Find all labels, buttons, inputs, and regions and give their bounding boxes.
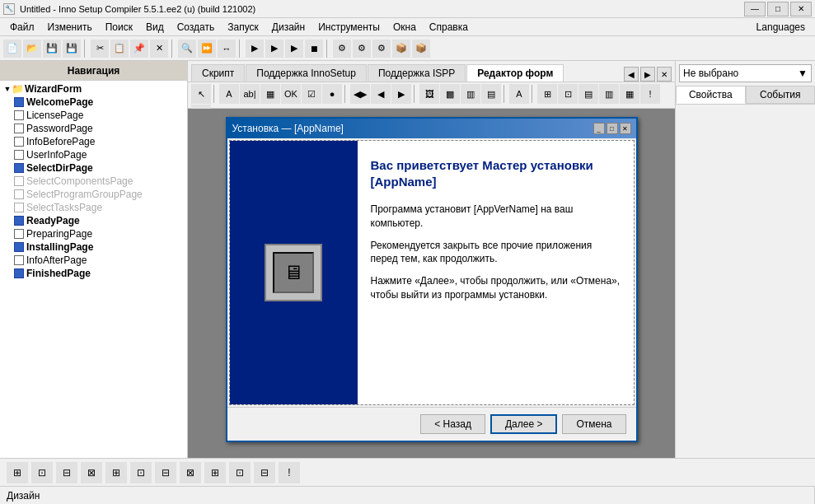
bottom-btn-4[interactable]: ⊠ <box>81 462 102 483</box>
form-tb-misc2[interactable]: ▥ <box>599 84 619 104</box>
menu-search[interactable]: Поиск <box>99 20 139 35</box>
tb-new[interactable]: 📄 <box>3 40 21 58</box>
minimize-button[interactable]: — <box>744 2 766 16</box>
form-tb-text[interactable]: A <box>219 84 239 104</box>
tree-item-userinfopage[interactable]: UserInfoPage <box>2 148 185 161</box>
bottom-btn-7[interactable]: ⊟ <box>155 462 176 483</box>
bottom-btn-11[interactable]: ⊟ <box>254 462 275 483</box>
bottom-btn-2[interactable]: ⊡ <box>31 462 53 483</box>
tree-item-infobeforepage[interactable]: InfoBeforePage <box>2 135 185 148</box>
tab-nav-close[interactable]: ✕ <box>657 67 672 82</box>
form-tb-scrollbar[interactable]: ◀▶ <box>350 84 370 104</box>
form-tb-misc3[interactable]: ▦ <box>620 84 639 104</box>
tb-cut[interactable]: ✂ <box>91 40 109 58</box>
tree-item-seldirpage[interactable]: SelectDirPage <box>2 161 185 175</box>
form-tb-grid[interactable]: ⊞ <box>537 84 557 104</box>
wizard-minimize-btn[interactable]: _ <box>593 123 605 134</box>
form-tb-checkbox[interactable]: ☑ <box>302 84 321 104</box>
tb-misc3[interactable]: ⚙ <box>372 40 391 58</box>
toolbar-separator-1 <box>84 40 87 58</box>
wizard-next-btn[interactable]: Далее > <box>490 414 558 434</box>
tab-properties[interactable]: Свойства <box>676 86 746 104</box>
tb-misc1[interactable]: ⚙ <box>333 40 351 58</box>
tree-item-licensepage[interactable]: LicensePage <box>2 109 185 122</box>
tb-stop[interactable]: ⏹ <box>305 40 323 58</box>
bottom-btn-5[interactable]: ⊞ <box>105 462 127 483</box>
tree-item-infoafterpage[interactable]: InfoAfterPage <box>2 254 185 267</box>
menu-help[interactable]: Справка <box>423 20 475 35</box>
tb-findnext[interactable]: ⏩ <box>198 40 216 58</box>
tab-ispp[interactable]: Поддержка ISPP <box>368 64 466 82</box>
tree-item-installingpage[interactable]: InstallingPage <box>2 240 185 254</box>
tree-item-preparingpage[interactable]: PreparingPage <box>2 227 185 240</box>
menu-view[interactable]: Вид <box>139 20 171 35</box>
tree-item-passwordpage[interactable]: PasswordPage <box>2 122 185 135</box>
wizard-maximize-btn[interactable]: □ <box>607 123 618 134</box>
bottom-btn-12[interactable]: ! <box>279 462 300 483</box>
tb-run2[interactable]: ▶ <box>265 40 283 58</box>
form-tb-button[interactable]: OK <box>281 84 301 104</box>
tree-item-readypage[interactable]: ReadyPage <box>2 214 185 227</box>
bottom-btn-8[interactable]: ⊠ <box>180 462 201 483</box>
form-tb-edit[interactable]: ab| <box>240 84 260 104</box>
form-tb-tree[interactable]: ⊡ <box>558 84 578 104</box>
bottom-btn-9[interactable]: ⊞ <box>204 462 226 483</box>
form-tb-groupbox[interactable]: ▥ <box>461 84 480 104</box>
tree-item-selprogramgrouppage[interactable]: SelectProgramGroupPage <box>2 188 185 201</box>
menu-languages[interactable]: Languages <box>750 20 812 35</box>
bottom-btn-1[interactable]: ⊞ <box>7 462 28 483</box>
tree-item-selcomponentspage[interactable]: SelectComponentsPage <box>2 175 185 188</box>
form-tb-img[interactable]: 🖼 <box>419 84 439 104</box>
tb-save[interactable]: 💾 <box>43 40 61 58</box>
form-tb-right[interactable]: ▶ <box>391 84 411 104</box>
not-selected-dropdown[interactable]: Не выбрано ▼ <box>679 64 812 82</box>
tab-nav-back[interactable]: ◀ <box>624 67 639 82</box>
tree-item-wizardform[interactable]: ▼ 📁 WizardForm <box>2 82 185 96</box>
tb-run3[interactable]: ▶ <box>285 40 303 58</box>
tb-misc4[interactable]: 📦 <box>392 40 410 58</box>
wizard-back-btn[interactable]: < Назад <box>420 414 485 434</box>
menu-edit[interactable]: Изменить <box>41 20 99 35</box>
form-tb-listbox[interactable]: ▦ <box>260 84 280 104</box>
menu-create[interactable]: Создать <box>171 20 222 35</box>
tb-paste[interactable]: 📌 <box>130 40 148 58</box>
tab-nav-forward[interactable]: ▶ <box>640 67 655 82</box>
menu-windows[interactable]: Окна <box>386 20 423 35</box>
tab-events[interactable]: События <box>746 86 816 104</box>
tb-delete[interactable]: ✕ <box>150 40 168 58</box>
form-tb-radio[interactable]: ● <box>322 84 342 104</box>
tb-save2[interactable]: 💾 <box>63 40 81 58</box>
tree-item-finishedpage[interactable]: FinishedPage <box>2 267 185 280</box>
tab-innosetup[interactable]: Поддержка InnoSetup <box>246 64 367 82</box>
form-tb-select[interactable]: ↖ <box>191 84 211 104</box>
wizard-cancel-btn[interactable]: Отмена <box>562 414 625 434</box>
form-tb-label2[interactable]: A <box>509 84 529 104</box>
tree-item-welcomepage[interactable]: WelcomePage <box>2 96 185 109</box>
bottom-btn-6[interactable]: ⊡ <box>130 462 152 483</box>
tree-item-seltaskspage[interactable]: SelectTasksPage <box>2 201 185 214</box>
bottom-btn-3[interactable]: ⊟ <box>56 462 77 483</box>
tb-open[interactable]: 📂 <box>23 40 41 58</box>
tb-run[interactable]: ▶ <box>246 40 264 58</box>
form-tb-panel[interactable]: ▩ <box>440 84 460 104</box>
menu-design[interactable]: Дизайн <box>265 20 311 35</box>
close-button[interactable]: ✕ <box>790 2 812 16</box>
tb-replace[interactable]: ↔ <box>218 40 236 58</box>
tab-script[interactable]: Скрипт <box>191 64 245 82</box>
wizard-close-btn[interactable]: ✕ <box>620 123 631 134</box>
form-tb-tabcontrol[interactable]: ▤ <box>481 84 501 104</box>
form-tb-misc4[interactable]: ! <box>640 84 660 104</box>
maximize-button[interactable]: □ <box>767 2 789 16</box>
menu-run[interactable]: Запуск <box>221 20 265 35</box>
menu-tools[interactable]: Инструменты <box>311 20 386 35</box>
tb-copy[interactable]: 📋 <box>110 40 129 58</box>
tb-find[interactable]: 🔍 <box>178 40 196 58</box>
form-tb-misc1[interactable]: ▤ <box>578 84 598 104</box>
bottom-btn-10[interactable]: ⊡ <box>229 462 251 483</box>
tb-misc5[interactable]: 📦 <box>412 40 430 58</box>
tab-formeditor[interactable]: Редактор форм <box>466 64 564 82</box>
tb-misc2[interactable]: ⚙ <box>353 40 371 58</box>
menu-file[interactable]: Файл <box>3 20 41 35</box>
tab-navigation: ◀ ▶ ✕ <box>624 67 672 82</box>
form-tb-left[interactable]: ◀ <box>371 84 391 104</box>
